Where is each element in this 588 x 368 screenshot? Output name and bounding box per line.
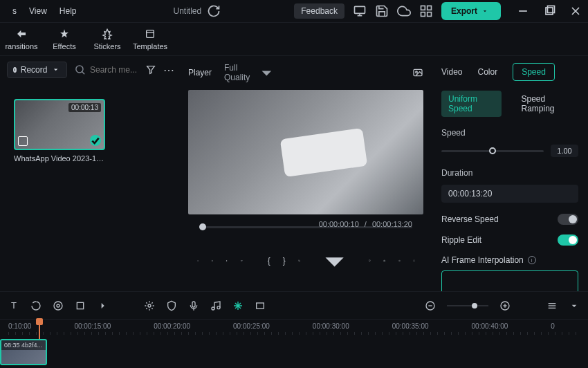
svg-point-22 (54, 302, 62, 310)
duration-value[interactable]: 00:00:13:20 (441, 185, 578, 203)
svg-point-28 (217, 306, 220, 309)
svg-rect-4 (428, 12, 432, 17)
grid-icon[interactable] (419, 4, 433, 18)
brace-right-icon[interactable]: } (283, 255, 286, 266)
text-tool-icon[interactable]: T (8, 300, 19, 311)
svg-rect-17 (241, 261, 242, 262)
crop-tool-icon[interactable] (75, 300, 86, 311)
interp-select[interactable]: Optical Flow (441, 270, 578, 291)
menu-help[interactable]: Help (59, 6, 77, 16)
clip-check-icon (90, 135, 101, 146)
shield-icon[interactable] (166, 300, 177, 311)
more-tools-icon[interactable] (97, 300, 108, 311)
timeline-clip[interactable]: 08:35 4b2f4... (0, 339, 47, 365)
filter-icon[interactable] (145, 64, 156, 75)
project-name: Untitled (173, 6, 201, 16)
tab-stickers[interactable]: Stickers (86, 23, 129, 55)
titlebar: s View Help Untitled Feedback Export (0, 0, 588, 23)
minimize-icon[interactable] (516, 4, 530, 18)
close-icon[interactable] (569, 4, 582, 18)
fullscreen-icon[interactable] (413, 255, 415, 266)
undo-icon[interactable] (30, 300, 42, 311)
ruler-mark: 00:00:40:00 (472, 322, 508, 330)
marker-icon[interactable] (144, 300, 155, 311)
duration-label: Duration (441, 168, 578, 178)
display-icon[interactable] (369, 255, 371, 266)
save-icon[interactable] (375, 4, 389, 18)
menu-item[interactable]: s (12, 6, 17, 16)
svg-rect-10 (147, 30, 154, 37)
search-icon (74, 64, 86, 75)
ripple-toggle[interactable] (558, 234, 578, 246)
search-wrap (74, 64, 138, 75)
speed-slider[interactable] (441, 146, 544, 156)
subtab-ramping[interactable]: Speed Ramping (514, 91, 578, 117)
window-controls (516, 4, 582, 18)
speed-value[interactable]: 1.00 (551, 145, 578, 157)
svg-point-15 (416, 71, 418, 73)
ai-icon[interactable] (232, 300, 244, 311)
scrub-bar[interactable]: 00:00:00:10 / 00:00:13:20 (192, 221, 419, 232)
tab-video[interactable]: Video (441, 64, 462, 80)
aspect-icon[interactable] (255, 300, 266, 311)
maximize-icon[interactable] (542, 4, 556, 18)
clip-duration: 00:00:13 (68, 103, 101, 112)
menu-bar: s View Help (12, 6, 76, 16)
play-back-icon[interactable] (211, 255, 213, 266)
chevron-down-icon[interactable] (569, 300, 580, 311)
chevron-up-icon (482, 275, 571, 291)
list-view-icon[interactable] (546, 300, 558, 311)
svg-point-12 (76, 66, 83, 73)
prev-frame-icon[interactable] (196, 255, 199, 266)
record-button[interactable]: Record (7, 62, 67, 78)
subtab-uniform[interactable]: Uniform Speed (441, 91, 502, 117)
tab-transitions[interactable]: ransitions (0, 23, 43, 55)
ruler-mark: 0 (551, 322, 555, 330)
cloud-icon[interactable] (397, 4, 411, 18)
properties-panel: Video Color Speed Uniform Speed Speed Ra… (430, 56, 588, 291)
svg-rect-3 (421, 12, 425, 17)
media-clip[interactable]: 00:00:13 WhatsApp Video 2023-10-05... (14, 99, 105, 163)
time-sep: / (365, 220, 367, 228)
play-icon[interactable] (226, 255, 228, 266)
more-icon[interactable]: ⋯ (163, 64, 174, 75)
tab-templates[interactable]: Templates (129, 23, 172, 55)
transitions-icon (16, 28, 27, 39)
svg-rect-18 (369, 260, 371, 261)
feedback-button[interactable]: Feedback (294, 3, 344, 19)
export-button[interactable]: Export (441, 2, 501, 20)
svg-rect-2 (428, 6, 432, 10)
reverse-toggle[interactable] (558, 214, 578, 225)
camera-icon[interactable] (383, 255, 385, 266)
snapshot-icon[interactable] (412, 67, 423, 78)
sync-icon[interactable] (207, 4, 221, 18)
ai-interp-label: AI Frame Interpolation (441, 255, 524, 265)
mask-icon[interactable] (53, 300, 64, 311)
quality-select[interactable]: Full Quality (224, 62, 278, 84)
zoom-out-icon[interactable] (425, 300, 436, 311)
menu-view[interactable]: View (29, 6, 47, 16)
svg-rect-1 (421, 6, 425, 10)
tab-speed[interactable]: Speed (513, 63, 555, 81)
stop-icon[interactable] (241, 255, 243, 266)
mic-icon[interactable] (188, 300, 199, 311)
tab-effects[interactable]: Effects (43, 23, 86, 55)
volume-icon[interactable] (398, 255, 401, 266)
monitor-icon[interactable] (353, 4, 367, 18)
brace-left-icon[interactable]: { (268, 255, 270, 266)
tab-color[interactable]: Color (477, 64, 497, 80)
zoom-slider[interactable] (447, 301, 488, 311)
music-icon[interactable] (210, 300, 221, 311)
crop-icon[interactable] (298, 255, 300, 266)
player-label: Player (188, 68, 212, 77)
timeline[interactable]: 0:10:00 00:00:15:00 00:00:20:00 00:00:25… (0, 319, 588, 368)
timeline-ruler: 0:10:00 00:00:15:00 00:00:20:00 00:00:25… (8, 322, 580, 330)
zoom-in-icon[interactable] (499, 300, 511, 311)
player-viewport[interactable] (188, 90, 423, 214)
stickers-icon (102, 28, 113, 39)
info-icon[interactable]: i (528, 256, 536, 264)
media-panel: Record ⋯ 00:00:13 WhatsApp Video 2023-10… (0, 56, 181, 291)
record-label: Record (21, 65, 48, 75)
timeline-toolbar: T (0, 291, 588, 319)
search-input[interactable] (90, 65, 138, 75)
